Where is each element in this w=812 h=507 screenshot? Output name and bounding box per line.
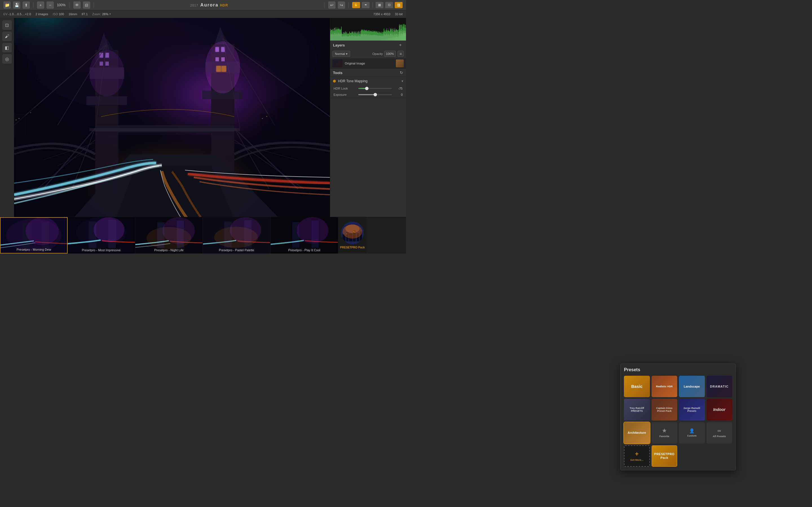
undo-btn[interactable]: ↩	[328, 1, 336, 9]
zoom-in-btn[interactable]: +	[37, 1, 44, 9]
zoom-percent: 100%	[56, 3, 66, 7]
info-bar: EV -1.0....0.5....+2.0 2 images ISO 100 …	[0, 10, 406, 18]
top-toolbar: 📁 💾 ⬆ + − 100% 👁 ⊟ 2017 Aurora HDR ↩ ↪ ✋…	[0, 0, 406, 10]
filmstrip-item-play-it-cool[interactable]: Presetpro - Play It Cool	[271, 217, 338, 253]
svg-point-93	[345, 224, 359, 233]
info-right: 7356 x 4910 32-bit	[373, 12, 403, 16]
exposure-label: Exposure	[334, 93, 356, 96]
open-folder-btn[interactable]: 📁	[3, 1, 11, 9]
layers-header: Layers +	[330, 41, 406, 50]
grid-view-btn[interactable]: ▦	[375, 2, 384, 8]
add-layer-btn[interactable]: +	[398, 42, 403, 48]
left-tool-2[interactable]: 🖌	[2, 32, 12, 41]
hdr-look-row: HDR Look -75	[330, 86, 406, 92]
presetpro-thumb	[341, 222, 364, 244]
stack-view-btn[interactable]: ⊡	[385, 2, 393, 8]
redo-btn[interactable]: ↪	[338, 1, 345, 9]
eye-btn[interactable]: 👁	[73, 1, 81, 9]
svg-rect-8	[87, 96, 127, 105]
images-count: 2 images	[36, 12, 48, 16]
photo-view-btn[interactable]: 🖼	[395, 2, 403, 8]
svg-rect-51	[260, 114, 274, 140]
ev-value: -1.0....0.5....+2.0	[8, 12, 31, 16]
svg-rect-56	[266, 116, 267, 117]
svg-rect-48	[15, 119, 17, 120]
exposure-slider[interactable]	[358, 94, 392, 95]
exposure-value: 0	[394, 93, 403, 96]
separator-3	[94, 2, 94, 8]
zoom-current[interactable]: 26%	[102, 12, 108, 16]
svg-rect-55	[262, 118, 263, 119]
separator-6	[372, 2, 373, 8]
filmstrip-item-pastel-palette[interactable]: Presetpro - Pastel Palette	[203, 217, 271, 253]
left-tool-1[interactable]: ⊡	[2, 20, 12, 30]
filmstrip-presetpro-pack[interactable]: PRESETPRO Pack	[338, 217, 366, 253]
svg-rect-54	[310, 111, 321, 140]
separator-1	[33, 2, 34, 8]
svg-rect-96	[347, 233, 347, 234]
main-area: ⊡ 🖌 ◧ ◎	[0, 18, 406, 217]
ev-info: EV -1.0....0.5....+2.0	[3, 12, 31, 16]
bridge-svg	[14, 18, 330, 217]
layers-section: Layers + Normal ▾ Opacity 100% ≡ Origina…	[330, 41, 406, 69]
left-tool-3[interactable]: ◧	[2, 43, 12, 52]
main-image	[14, 18, 330, 217]
iso-label: ISO	[53, 12, 58, 16]
film-thumb-most-impressive	[68, 217, 135, 253]
focal-value: 16mm	[68, 12, 77, 16]
hdr-group-header[interactable]: HDR Tone Mapping ▾	[330, 77, 406, 86]
aperture-info: f/7.1	[82, 12, 88, 16]
opacity-value-btn[interactable]: 100%	[384, 51, 396, 57]
opacity-control: Opacity 100%	[372, 51, 396, 57]
svg-rect-52	[278, 108, 289, 140]
hdr-tone-mapping-group: HDR Tone Mapping ▾ HDR Look -75 Exposure	[330, 77, 406, 98]
film-label-most-impressive: Presetpro - Most Impressive	[68, 248, 135, 252]
split-view-btn[interactable]: ⊟	[83, 1, 90, 9]
exposure-thumb[interactable]	[373, 93, 377, 96]
tools-header: Tools ↻	[330, 69, 406, 77]
hdr-look-slider[interactable]	[358, 88, 392, 89]
filmstrip-item-most-impressive[interactable]: Presetpro - Most Impressive	[68, 217, 135, 253]
tools-section: Tools ↻ HDR Tone Mapping ▾ HDR Look	[330, 69, 406, 217]
canvas-area	[14, 18, 330, 217]
svg-rect-94	[354, 231, 354, 232]
image-dimensions: 7356 x 4910	[373, 12, 391, 16]
hdr-look-value: -75	[394, 87, 403, 90]
zoom-dropdown-icon[interactable]: ▾	[109, 12, 111, 15]
histogram-area	[330, 18, 406, 41]
layer-flag-thumb	[396, 59, 404, 67]
svg-rect-95	[355, 232, 355, 233]
hdr-look-thumb[interactable]	[365, 87, 368, 90]
film-thumb-night-life	[135, 217, 202, 253]
svg-rect-45	[14, 114, 26, 137]
filmstrip-item-night-life[interactable]: Presetpro - Night Life	[135, 217, 203, 253]
svg-rect-33	[89, 128, 240, 131]
export-btn[interactable]: ⬆	[22, 1, 30, 9]
hand-tool-btn[interactable]: ✋	[352, 2, 360, 8]
layers-title: Layers	[333, 43, 398, 47]
hdr-look-label: HDR Look	[334, 87, 356, 90]
toolbar-right: ✋ ✒ ▦ ⊡ 🖼	[352, 2, 403, 8]
tools-refresh-btn[interactable]: ↻	[400, 70, 403, 75]
left-panel: ⊡ 🖌 ◧ ◎	[0, 18, 14, 217]
opacity-label: Opacity	[372, 52, 383, 55]
pen-tool-btn[interactable]: ✒	[362, 2, 370, 8]
layer-thumbnail	[333, 59, 343, 67]
save-btn[interactable]: 💾	[13, 1, 20, 9]
left-tool-4[interactable]: ◎	[2, 54, 12, 64]
presetpro-pack-label: PRESETPRO Pack	[340, 246, 365, 249]
zoom-out-btn[interactable]: −	[47, 1, 54, 9]
iso-info: ISO 100	[53, 12, 64, 16]
layers-menu-btn[interactable]: ≡	[398, 51, 404, 57]
svg-point-80	[214, 227, 258, 248]
svg-rect-46	[29, 108, 37, 137]
aperture-value: f/7.1	[82, 12, 88, 16]
film-label-morning-dew: Presetpro - Morning Dew	[1, 248, 67, 251]
layer-item-original[interactable]: Original Image	[330, 58, 406, 68]
separator-4	[324, 2, 325, 8]
filmstrip-item-morning-dew[interactable]: Presetpro - Morning Dew	[0, 217, 68, 253]
blend-mode-dropdown[interactable]: Normal ▾	[333, 51, 350, 57]
hdr-group-chevron: ▾	[402, 79, 403, 83]
app-title: 2017 Aurora HDR	[97, 3, 321, 8]
svg-point-58	[205, 41, 240, 94]
